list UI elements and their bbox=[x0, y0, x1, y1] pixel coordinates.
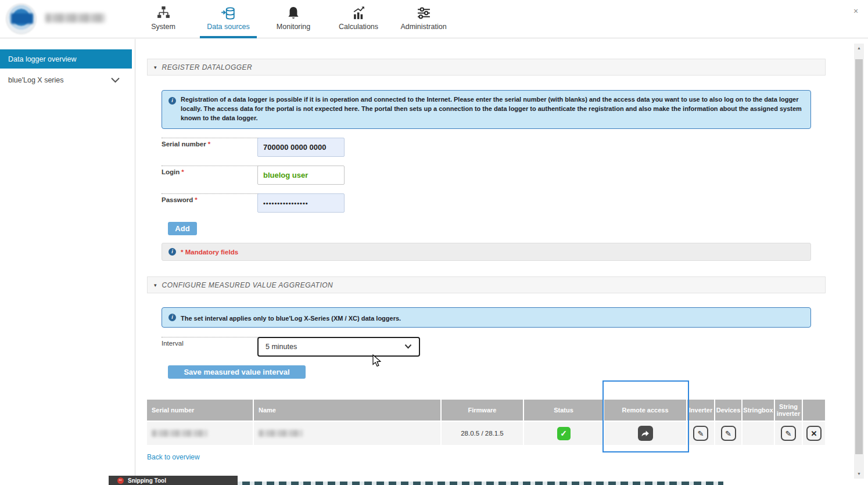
main-content: ▾ REGISTER DATALOGGER i Registration of … bbox=[136, 39, 854, 485]
label-text: Login bbox=[162, 168, 180, 175]
sidebar-item-bluelog-x-series[interactable]: blue'Log X series bbox=[0, 72, 132, 88]
register-section-header[interactable]: ▾ REGISTER DATALOGGER bbox=[147, 59, 826, 76]
sidebar-item-label: Data logger overview bbox=[8, 55, 76, 63]
aggregation-section-header[interactable]: ▾ CONFIGURE MEASURED VALUE AGGREGATION bbox=[147, 276, 826, 293]
system-icon bbox=[156, 5, 171, 21]
add-button[interactable]: Add bbox=[168, 222, 197, 235]
redacted-name bbox=[259, 430, 303, 437]
sidebar: Data logger overview blue'Log X series bbox=[0, 39, 135, 476]
delete-button[interactable]: ✕ bbox=[806, 426, 822, 441]
edit-inverter-button[interactable]: ✎ bbox=[693, 426, 708, 441]
back-to-overview-link[interactable]: Back to overview bbox=[147, 453, 200, 461]
active-tab-underline bbox=[200, 36, 257, 38]
sliders-icon bbox=[416, 5, 432, 21]
cell-firmware: 28.0.5 / 28.1.5 bbox=[442, 421, 524, 445]
save-interval-button[interactable]: Save measured value interval bbox=[168, 365, 306, 379]
login-input[interactable]: bluelog user bbox=[257, 166, 345, 185]
collapse-triangle-icon: ▾ bbox=[154, 64, 157, 70]
login-label: Login* bbox=[162, 168, 184, 175]
edit-devices-button[interactable]: ✎ bbox=[721, 426, 736, 441]
nav-tab-calculations[interactable]: Calculations bbox=[326, 0, 391, 38]
top-header: System Data sources Monitoring Calcula bbox=[0, 0, 868, 38]
col-actions bbox=[803, 400, 825, 421]
nav-tab-data-sources[interactable]: Data sources bbox=[196, 0, 261, 38]
col-remote-access: Remote access bbox=[604, 400, 687, 421]
col-string-inverter: String inverter bbox=[775, 400, 803, 421]
col-serial-number: Serial number bbox=[147, 400, 254, 421]
col-devices: Devices bbox=[715, 400, 743, 421]
sidebar-item-data-logger-overview[interactable]: Data logger overview bbox=[0, 49, 132, 69]
bell-icon bbox=[286, 5, 302, 21]
register-info-text: Registration of a data logger is possibl… bbox=[181, 91, 810, 128]
serial-number-label: Serial number* bbox=[162, 141, 210, 148]
cell-stringbox bbox=[743, 421, 775, 445]
interval-label: Interval bbox=[162, 340, 184, 347]
scroll-down-icon[interactable]: ▼ bbox=[854, 469, 864, 479]
required-asterisk: * bbox=[208, 141, 210, 148]
field-divider bbox=[162, 337, 273, 337]
chevron-down-icon bbox=[110, 77, 120, 85]
nav-label: Calculations bbox=[339, 23, 378, 31]
col-name: Name bbox=[254, 400, 442, 421]
datalogger-table: Serial number Name Firmware Status Remot… bbox=[147, 400, 825, 445]
register-info-box: i Registration of a data logger is possi… bbox=[162, 90, 811, 129]
logo-device-image bbox=[11, 13, 33, 24]
scroll-up-icon[interactable]: ▲ bbox=[854, 44, 864, 53]
snipping-tool-titlebar[interactable]: ✂ Snipping Tool bbox=[109, 476, 238, 485]
collapse-triangle-icon: ▾ bbox=[154, 282, 157, 288]
info-icon: i bbox=[168, 248, 176, 256]
cell-status: ✓ bbox=[524, 421, 604, 445]
redacted-serial bbox=[152, 430, 207, 437]
col-stringbox: Stringbox bbox=[743, 400, 775, 421]
field-divider bbox=[162, 138, 273, 138]
serial-number-input[interactable]: 700000 0000 0000 bbox=[257, 138, 345, 157]
nav-label: Monitoring bbox=[277, 23, 310, 31]
section-title: REGISTER DATALOGGER bbox=[162, 63, 253, 71]
cell-remote-access bbox=[604, 421, 687, 445]
nav-tab-monitoring[interactable]: Monitoring bbox=[261, 0, 326, 38]
table-row: 28.0.5 / 28.1.5 ✓ ✎ ✎ ✎ bbox=[147, 421, 825, 445]
nav-label: Data sources bbox=[207, 23, 250, 31]
selection-dash-strip bbox=[157, 482, 723, 485]
cell-string-inverter: ✎ bbox=[775, 421, 803, 445]
nav-tab-system[interactable]: System bbox=[131, 0, 196, 38]
app-logo bbox=[6, 3, 37, 34]
sidebar-item-label: blue'Log X series bbox=[8, 76, 64, 84]
pencil-icon: ✎ bbox=[785, 429, 792, 438]
mandatory-note-text: * Mandatory fields bbox=[181, 249, 238, 256]
snipping-tool-icon: ✂ bbox=[117, 477, 124, 484]
cell-inverter: ✎ bbox=[687, 421, 715, 445]
main-nav: System Data sources Monitoring Calcula bbox=[131, 0, 456, 38]
cell-devices: ✎ bbox=[715, 421, 743, 445]
col-inverter: Inverter bbox=[687, 400, 715, 421]
vertical-scrollbar[interactable]: ▲ ▼ bbox=[854, 44, 864, 479]
field-divider bbox=[162, 193, 273, 194]
pencil-icon: ✎ bbox=[698, 429, 704, 438]
site-name-redacted bbox=[45, 13, 105, 23]
password-input[interactable]: •••••••••••••••• bbox=[257, 193, 345, 213]
chart-icon bbox=[351, 5, 367, 21]
check-icon: ✓ bbox=[560, 429, 567, 438]
info-icon: i bbox=[168, 97, 176, 105]
interval-selected-value: 5 minutes bbox=[266, 343, 404, 351]
field-divider bbox=[162, 166, 273, 166]
close-icon[interactable]: × bbox=[851, 6, 861, 16]
col-status: Status bbox=[524, 400, 604, 421]
aggregation-info-text: The set interval applies only to blue'Lo… bbox=[181, 308, 407, 327]
nav-tab-administration[interactable]: Administration bbox=[391, 0, 456, 38]
cell-serial-redacted bbox=[147, 421, 254, 445]
password-label: Password* bbox=[162, 196, 198, 203]
app-window: System Data sources Monitoring Calcula bbox=[0, 0, 868, 485]
nav-label: System bbox=[151, 23, 175, 31]
info-icon: i bbox=[168, 314, 176, 321]
cell-name-redacted bbox=[254, 421, 442, 445]
cell-delete: ✕ bbox=[803, 421, 825, 445]
interval-select[interactable]: 5 minutes bbox=[257, 337, 420, 357]
scrollbar-thumb[interactable] bbox=[855, 59, 863, 454]
remote-access-button[interactable] bbox=[638, 426, 653, 441]
pencil-icon: ✎ bbox=[725, 429, 731, 438]
label-text: Serial number bbox=[162, 141, 206, 148]
edit-string-inverter-button[interactable]: ✎ bbox=[781, 426, 796, 441]
data-sources-icon bbox=[221, 5, 236, 21]
section-title: CONFIGURE MEASURED VALUE AGGREGATION bbox=[162, 281, 333, 289]
